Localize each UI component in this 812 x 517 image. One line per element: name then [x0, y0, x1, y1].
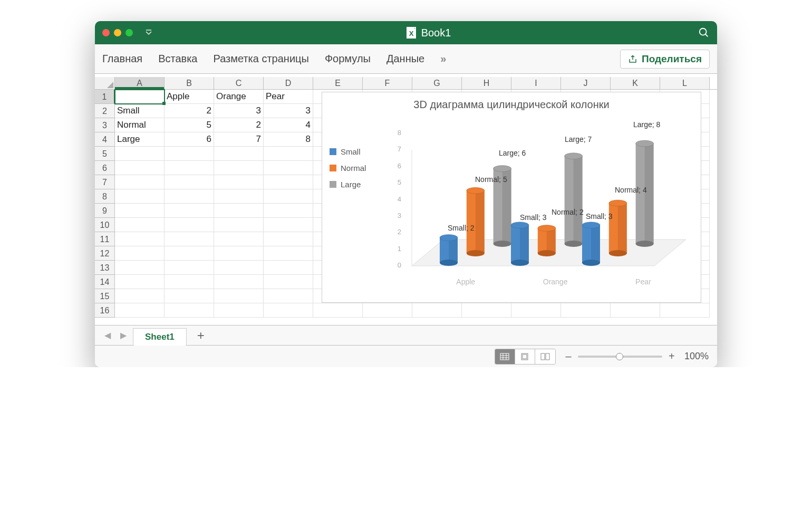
- cell-A4[interactable]: Large: [115, 132, 165, 147]
- cell-A10[interactable]: [115, 218, 165, 232]
- sheet-tab-1[interactable]: Sheet1: [133, 328, 187, 346]
- cell-H16[interactable]: [462, 303, 511, 318]
- close-window-button[interactable]: [102, 29, 110, 36]
- cell-B8[interactable]: [165, 189, 214, 204]
- cell-A9[interactable]: [115, 204, 165, 218]
- cell-A12[interactable]: [115, 246, 165, 261]
- cell-A6[interactable]: [115, 161, 165, 175]
- col-header-H[interactable]: H: [462, 77, 511, 89]
- sheet-nav-prev[interactable]: ◀: [101, 328, 114, 342]
- zoom-level[interactable]: 100%: [684, 351, 709, 362]
- cell-B14[interactable]: [165, 275, 214, 289]
- cell-C15[interactable]: [214, 289, 264, 303]
- tabs-overflow-button[interactable]: »: [440, 53, 446, 65]
- cell-A14[interactable]: [115, 275, 165, 289]
- row-header-11[interactable]: 11: [95, 232, 115, 246]
- cell-A15[interactable]: [115, 289, 165, 303]
- cell-C16[interactable]: [214, 303, 264, 318]
- col-header-F[interactable]: F: [363, 77, 412, 89]
- cell-D15[interactable]: [264, 289, 313, 303]
- cell-B9[interactable]: [165, 204, 214, 218]
- col-header-B[interactable]: B: [165, 77, 214, 89]
- cell-C7[interactable]: [214, 175, 264, 189]
- view-page-layout-button[interactable]: [515, 349, 535, 364]
- cell-B11[interactable]: [165, 232, 214, 246]
- cell-A8[interactable]: [115, 189, 165, 204]
- row-header-7[interactable]: 7: [95, 175, 115, 189]
- cell-C9[interactable]: [214, 204, 264, 218]
- cell-A16[interactable]: [115, 303, 165, 318]
- cell-B13[interactable]: [165, 261, 214, 275]
- cell-A1[interactable]: [115, 90, 165, 104]
- cell-D11[interactable]: [264, 232, 313, 246]
- select-all-corner[interactable]: [95, 77, 115, 89]
- cell-D4[interactable]: 8: [264, 132, 313, 147]
- cell-C13[interactable]: [214, 261, 264, 275]
- sheet-nav-next[interactable]: ▶: [117, 328, 130, 342]
- cell-B7[interactable]: [165, 175, 214, 189]
- cell-B12[interactable]: [165, 246, 214, 261]
- minimize-window-button[interactable]: [114, 29, 121, 36]
- cell-B15[interactable]: [165, 289, 214, 303]
- row-header-6[interactable]: 6: [95, 161, 115, 175]
- col-header-C[interactable]: C: [214, 77, 264, 89]
- fullscreen-window-button[interactable]: [125, 29, 133, 36]
- cell-C3[interactable]: 2: [214, 118, 264, 132]
- view-page-break-button[interactable]: [535, 349, 555, 364]
- cell-C14[interactable]: [214, 275, 264, 289]
- cell-C5[interactable]: [214, 147, 264, 161]
- cell-E16[interactable]: [313, 303, 363, 318]
- zoom-in-button[interactable]: +: [668, 350, 676, 362]
- col-header-E[interactable]: E: [313, 77, 363, 89]
- col-header-G[interactable]: G: [412, 77, 462, 89]
- cell-C11[interactable]: [214, 232, 264, 246]
- cell-B1[interactable]: Apple: [165, 90, 214, 104]
- cell-D7[interactable]: [264, 175, 313, 189]
- cell-I16[interactable]: [511, 303, 561, 318]
- cell-A3[interactable]: Normal: [115, 118, 165, 132]
- cell-D14[interactable]: [264, 275, 313, 289]
- cell-C1[interactable]: Orange: [214, 90, 264, 104]
- col-header-L[interactable]: L: [660, 77, 710, 89]
- view-normal-button[interactable]: [495, 349, 515, 364]
- cell-G16[interactable]: [412, 303, 462, 318]
- col-header-K[interactable]: K: [611, 77, 660, 89]
- col-header-I[interactable]: I: [511, 77, 561, 89]
- cell-K16[interactable]: [611, 303, 660, 318]
- tab-home[interactable]: Главная: [102, 53, 142, 65]
- cell-D6[interactable]: [264, 161, 313, 175]
- search-button[interactable]: [698, 27, 710, 39]
- row-header-9[interactable]: 9: [95, 204, 115, 218]
- cell-D16[interactable]: [264, 303, 313, 318]
- cell-B2[interactable]: 2: [165, 104, 214, 118]
- zoom-slider-thumb[interactable]: [616, 353, 623, 360]
- tab-page-layout[interactable]: Разметка страницы: [213, 53, 308, 65]
- cell-B4[interactable]: 6: [165, 132, 214, 147]
- row-header-8[interactable]: 8: [95, 189, 115, 204]
- cell-C2[interactable]: 3: [214, 104, 264, 118]
- cell-C12[interactable]: [214, 246, 264, 261]
- zoom-out-button[interactable]: –: [564, 350, 573, 362]
- row-header-5[interactable]: 5: [95, 147, 115, 161]
- cell-C8[interactable]: [214, 189, 264, 204]
- row-header-3[interactable]: 3: [95, 118, 115, 132]
- add-sheet-button[interactable]: +: [190, 328, 212, 343]
- cell-D9[interactable]: [264, 204, 313, 218]
- row-header-13[interactable]: 13: [95, 261, 115, 275]
- cell-D5[interactable]: [264, 147, 313, 161]
- cell-A5[interactable]: [115, 147, 165, 161]
- share-button[interactable]: Поделиться: [620, 50, 710, 69]
- row-header-16[interactable]: 16: [95, 303, 115, 318]
- cell-D13[interactable]: [264, 261, 313, 275]
- cell-A7[interactable]: [115, 175, 165, 189]
- cell-C4[interactable]: 7: [214, 132, 264, 147]
- chart-object[interactable]: 3D диаграмма цилиндрической колонки Smal…: [322, 92, 701, 303]
- row-header-14[interactable]: 14: [95, 275, 115, 289]
- tab-data[interactable]: Данные: [386, 53, 424, 65]
- col-header-A[interactable]: A: [115, 77, 165, 89]
- cell-B3[interactable]: 5: [165, 118, 214, 132]
- row-header-2[interactable]: 2: [95, 104, 115, 118]
- cell-D10[interactable]: [264, 218, 313, 232]
- cell-B5[interactable]: [165, 147, 214, 161]
- row-header-10[interactable]: 10: [95, 218, 115, 232]
